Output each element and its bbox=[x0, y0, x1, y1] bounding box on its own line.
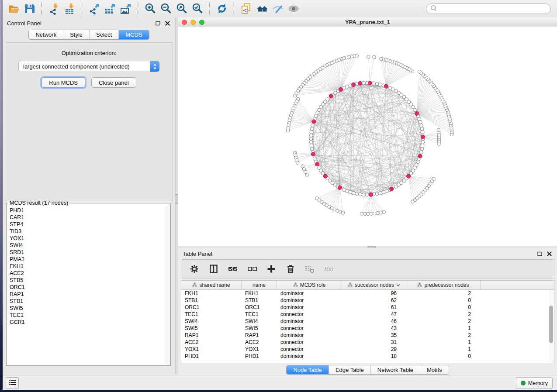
cell: dominator bbox=[277, 332, 342, 338]
float-icon[interactable] bbox=[154, 20, 161, 27]
column-label: successor nodes bbox=[355, 282, 394, 288]
close-icon[interactable] bbox=[164, 20, 171, 27]
desktop-background: Control Panel NetworkStyleSelectMCDS Opt… bbox=[0, 0, 557, 392]
table-row[interactable]: STB1STB1dominator620 bbox=[181, 297, 554, 304]
column-header-name[interactable]: name bbox=[242, 281, 277, 289]
select-all-icon[interactable] bbox=[228, 264, 238, 274]
save-icon[interactable] bbox=[22, 2, 38, 16]
criterion-dropdown[interactable]: largest connected component (undirected) bbox=[18, 61, 159, 72]
mcds-node-item[interactable]: SWI5 bbox=[10, 305, 165, 312]
control-panel-tabs: NetworkStyleSelectMCDS bbox=[28, 30, 149, 40]
table-row[interactable]: ACE2ACE2connector311 bbox=[181, 339, 554, 346]
mcds-node-item[interactable]: RAP1 bbox=[10, 291, 165, 298]
search-input[interactable] bbox=[439, 4, 550, 13]
table-toolbar: f(x) bbox=[181, 259, 554, 279]
search-box[interactable] bbox=[426, 3, 551, 14]
table-row[interactable]: FKH1FKH1dominator962 bbox=[181, 290, 554, 297]
mcds-result-group: MCDS result (17 nodes) PHD1CAR1STP4TID3Y… bbox=[6, 200, 171, 366]
column-header-successor-nodes[interactable]: successor nodes bbox=[342, 281, 406, 289]
show-details-icon[interactable] bbox=[286, 2, 301, 16]
copy-network-icon[interactable] bbox=[239, 2, 254, 16]
cell: dominator bbox=[277, 318, 342, 324]
cell: 62 bbox=[342, 297, 406, 303]
add-icon[interactable] bbox=[266, 264, 277, 274]
memory-button[interactable]: Memory bbox=[516, 377, 553, 389]
column-header-shared-name[interactable]: shared name bbox=[181, 281, 242, 289]
cell: STB1 bbox=[242, 297, 277, 303]
refresh-icon[interactable] bbox=[214, 2, 230, 16]
close-panel-button[interactable]: Close panel bbox=[91, 77, 136, 88]
column-header-MCDS-role[interactable]: MCDS role bbox=[277, 281, 342, 289]
tab-node-table[interactable]: Node Table bbox=[287, 365, 329, 374]
tab-style[interactable]: Style bbox=[63, 30, 89, 39]
delete-icon[interactable] bbox=[285, 264, 296, 274]
hide-details-icon[interactable] bbox=[270, 2, 286, 16]
cell: connector bbox=[277, 325, 342, 331]
zoom-selected-icon[interactable] bbox=[190, 2, 205, 16]
mcds-node-item[interactable]: SWI4 bbox=[10, 242, 165, 249]
cell: 0 bbox=[406, 304, 481, 310]
mcds-node-item[interactable]: STP4 bbox=[10, 221, 165, 228]
table-row[interactable]: ORC1ORC1dominator610 bbox=[181, 304, 554, 311]
mcds-node-item[interactable]: ACE2 bbox=[10, 270, 165, 277]
cell: 0 bbox=[406, 297, 481, 303]
mcds-node-item[interactable]: CAR1 bbox=[10, 214, 165, 221]
import-network-icon[interactable] bbox=[46, 2, 62, 16]
zoom-in-icon[interactable] bbox=[142, 2, 158, 16]
select-none-icon[interactable] bbox=[247, 264, 257, 274]
mcds-result-title: MCDS result (17 nodes) bbox=[8, 200, 69, 206]
export-table-icon[interactable] bbox=[102, 2, 118, 16]
network-window-titlebar[interactable]: YPA_prune.txt_1 bbox=[178, 17, 557, 27]
import-table-icon[interactable] bbox=[62, 2, 78, 16]
mcds-node-item[interactable]: FKH1 bbox=[10, 263, 165, 270]
table-scrollbar[interactable] bbox=[548, 290, 554, 363]
mcds-node-item[interactable]: STB5 bbox=[10, 277, 165, 284]
mcds-node-item[interactable]: SRD1 bbox=[10, 249, 165, 256]
home-icon[interactable] bbox=[254, 2, 270, 16]
node-table[interactable]: shared namenameMCDS rolesuccessor nodesp… bbox=[181, 280, 554, 363]
cell: dominator bbox=[277, 290, 342, 296]
network-graph-canvas[interactable] bbox=[178, 27, 557, 246]
table-row[interactable]: PHD1PHD1dominator180 bbox=[181, 353, 554, 360]
mcds-node-item[interactable]: GCR1 bbox=[10, 319, 165, 326]
column-header-predecessor-nodes[interactable]: predecessor nodes bbox=[406, 281, 481, 289]
mcds-node-item[interactable]: YOX1 bbox=[10, 235, 165, 242]
tab-network[interactable]: Network bbox=[29, 30, 63, 39]
zoom-fit-icon[interactable] bbox=[174, 2, 190, 16]
cell: SWI4 bbox=[242, 318, 277, 324]
run-mcds-button[interactable]: Run MCDS bbox=[42, 77, 85, 88]
table-row[interactable]: SWI4SWI4dominator462 bbox=[181, 318, 554, 325]
columns-icon[interactable] bbox=[208, 264, 219, 274]
table-row[interactable]: RAP1RAP1dominator352 bbox=[181, 332, 554, 339]
export-image-icon[interactable] bbox=[118, 2, 134, 16]
tab-mcds[interactable]: MCDS bbox=[118, 30, 149, 39]
table-row[interactable]: SWI5SWI5connector431 bbox=[181, 325, 554, 332]
table-scrollbar-thumb[interactable] bbox=[549, 306, 553, 343]
mcds-node-item[interactable]: STB1 bbox=[10, 298, 165, 305]
mcds-node-item[interactable]: PMA2 bbox=[10, 256, 165, 263]
task-history-button[interactable] bbox=[6, 377, 19, 389]
cell: 47 bbox=[342, 311, 406, 317]
tab-select[interactable]: Select bbox=[89, 30, 118, 39]
mcds-node-item[interactable]: PHD1 bbox=[10, 207, 165, 214]
float-icon[interactable] bbox=[536, 250, 543, 257]
mcds-node-item[interactable]: ORC1 bbox=[10, 284, 165, 291]
zoom-out-icon[interactable] bbox=[158, 2, 174, 16]
tab-network-table[interactable]: Network Table bbox=[370, 365, 420, 374]
open-icon[interactable] bbox=[6, 2, 22, 16]
mcds-list-scrollbar[interactable] bbox=[165, 206, 170, 365]
gear-icon[interactable] bbox=[189, 264, 200, 274]
cell: 96 bbox=[342, 290, 406, 296]
tab-motifs[interactable]: Motifs bbox=[420, 365, 449, 374]
mcds-node-item[interactable]: TEC1 bbox=[10, 312, 165, 319]
table-row[interactable]: YOX1YOX1connector291 bbox=[181, 346, 554, 353]
mcds-result-list[interactable]: PHD1CAR1STP4TID3YOX1SWI4SRD1PMA2FKH1ACE2… bbox=[7, 207, 165, 365]
tab-edge-table[interactable]: Edge Table bbox=[329, 365, 370, 374]
control-panel-tabs: NetworkStyleSelectMCDS bbox=[3, 30, 175, 40]
cell: dominator bbox=[277, 297, 342, 303]
table-row[interactable]: TEC1TEC1connector472 bbox=[181, 311, 554, 318]
close-icon[interactable] bbox=[546, 250, 553, 257]
export-network-icon[interactable] bbox=[86, 2, 102, 16]
cell: connector bbox=[277, 311, 342, 317]
mcds-node-item[interactable]: TID3 bbox=[10, 228, 165, 235]
